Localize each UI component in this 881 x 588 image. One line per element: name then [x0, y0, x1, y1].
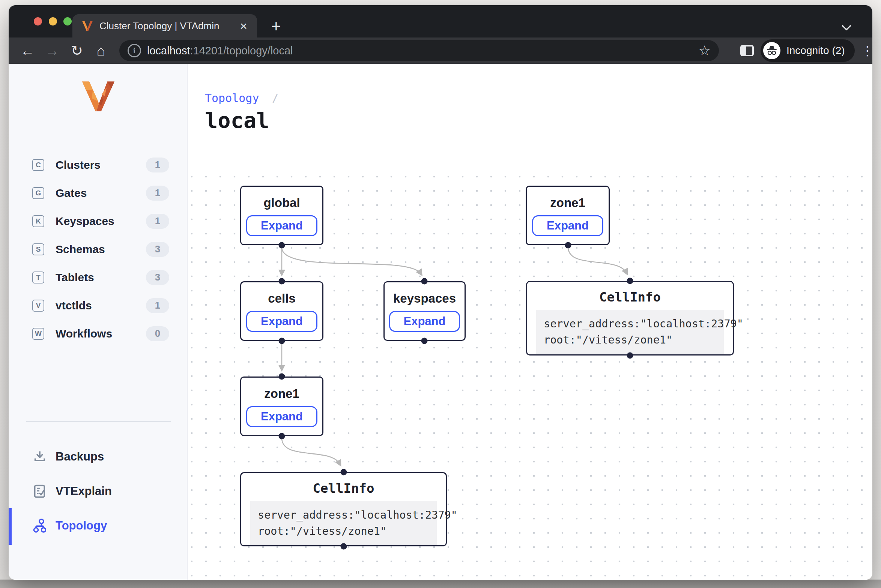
sidebar-item-workflows[interactable]: W Workflows 0 [9, 320, 187, 348]
node-keyspaces: keyspaces Expand [383, 281, 466, 341]
count-badge: 0 [146, 326, 169, 341]
node-cellinfo-right: CellInfo server_address:"localhost:2379"… [526, 281, 734, 356]
count-badge: 1 [146, 298, 169, 313]
tab-title: Cluster Topology | VTAdmin [99, 20, 236, 32]
page-content: C Clusters 1 G Gates 1 K Keyspaces 1 S S… [9, 64, 872, 580]
gates-icon: G [32, 187, 44, 199]
forward-button[interactable]: → [42, 38, 63, 64]
sidebar-divider [26, 421, 171, 422]
tab-strip: Cluster Topology | VTAdmin × + [9, 5, 872, 38]
document-check-icon [32, 484, 47, 499]
sidebar-item-backups[interactable]: Backups [9, 440, 187, 474]
site-info-icon[interactable]: i [128, 44, 141, 57]
node-global: global Expand [240, 186, 323, 245]
node-zone1-bottom: zone1 Expand [240, 376, 323, 436]
reload-button[interactable]: ↻ [66, 38, 87, 64]
home-button[interactable]: ⌂ [90, 38, 111, 64]
count-badge: 1 [146, 158, 169, 172]
tab-close-icon[interactable]: × [240, 20, 247, 32]
close-window-button[interactable] [34, 17, 42, 26]
vitess-logo [82, 81, 114, 111]
sidebar-item-schemas[interactable]: S Schemas 3 [9, 235, 187, 263]
sidebar-item-gates[interactable]: G Gates 1 [9, 179, 187, 207]
back-button[interactable]: ← [17, 38, 38, 64]
sidebar-item-clusters[interactable]: C Clusters 1 [9, 151, 187, 179]
new-tab-button[interactable]: + [271, 19, 281, 34]
sidebar-item-keyspaces[interactable]: K Keyspaces 1 [9, 207, 187, 235]
incognito-label: Incognito (2) [786, 45, 845, 57]
tablets-icon: T [32, 272, 44, 284]
page-title: local [205, 108, 269, 133]
sidebar-item-vtctlds[interactable]: V vtctlds 1 [9, 291, 187, 320]
topology-icon [32, 518, 47, 533]
sidebar-item-topology[interactable]: Topology [9, 508, 187, 543]
side-panel-icon[interactable] [740, 45, 754, 56]
browser-menu-icon[interactable]: ⋮ [861, 42, 872, 59]
keyspaces-icon: K [32, 215, 44, 227]
count-badge: 1 [146, 214, 169, 229]
url-text[interactable]: localhost:14201/topology/local [147, 45, 694, 57]
incognito-avatar [763, 42, 780, 59]
cellinfo-code: server_address:"localhost:2379" root:"/v… [536, 310, 724, 354]
expand-button-zone1-bottom[interactable]: Expand [246, 406, 317, 427]
expand-button-keyspaces[interactable]: Expand [389, 311, 460, 332]
topology-main: Topology / local [188, 64, 872, 580]
vtctlds-icon: V [32, 300, 44, 312]
sidebar-item-tablets[interactable]: T Tablets 3 [9, 263, 187, 291]
download-icon [32, 449, 47, 464]
zoom-window-button[interactable] [63, 17, 72, 26]
schemas-icon: S [32, 243, 44, 255]
cellinfo-code: server_address:"localhost:2379" root:"/v… [250, 501, 437, 545]
clusters-icon: C [32, 159, 44, 171]
incognito-badge[interactable]: Incognito (2) [761, 39, 855, 62]
breadcrumb: Topology / [205, 92, 279, 105]
expand-button-global[interactable]: Expand [246, 215, 317, 236]
expand-button-zone1-top[interactable]: Expand [532, 215, 603, 236]
count-badge: 1 [146, 186, 169, 201]
browser-window: Cluster Topology | VTAdmin × + ← → ↻ ⌂ i… [9, 5, 872, 580]
workflows-icon: W [32, 328, 44, 340]
tab-cluster-topology[interactable]: Cluster Topology | VTAdmin × [72, 14, 257, 38]
minimize-window-button[interactable] [49, 17, 57, 26]
expand-button-cells[interactable]: Expand [246, 311, 317, 332]
node-zone1-top: zone1 Expand [526, 186, 610, 245]
browser-toolbar: ← → ↻ ⌂ i localhost:14201/topology/local… [9, 38, 872, 64]
sidebar: C Clusters 1 G Gates 1 K Keyspaces 1 S S… [9, 64, 188, 580]
active-nav-indicator [9, 508, 12, 545]
node-cellinfo-bottom: CellInfo server_address:"localhost:2379"… [240, 472, 447, 546]
node-cells: cells Expand [240, 281, 323, 341]
sidebar-item-vtexplain[interactable]: VTExplain [9, 474, 187, 508]
incognito-icon [766, 46, 777, 56]
breadcrumb-topology-link[interactable]: Topology [205, 92, 259, 105]
tab-search-chevron-icon[interactable] [843, 21, 851, 29]
url-bar[interactable]: i localhost:14201/topology/local ☆ [119, 40, 719, 61]
count-badge: 3 [146, 270, 169, 285]
vitess-favicon-icon [82, 20, 93, 32]
bookmark-star-icon[interactable]: ☆ [699, 43, 711, 58]
count-badge: 3 [146, 242, 169, 257]
breadcrumb-separator: / [272, 92, 279, 105]
